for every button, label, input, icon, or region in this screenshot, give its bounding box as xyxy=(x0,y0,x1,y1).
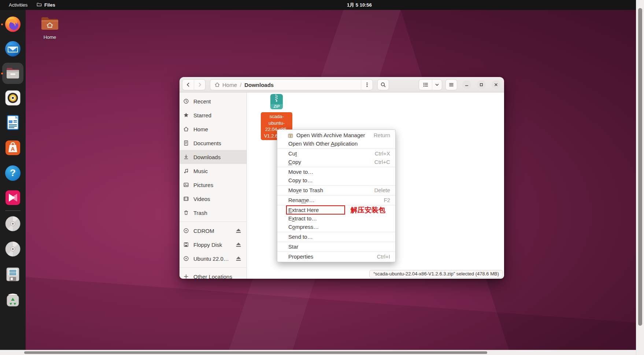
context-menu: Open With Archive ManagerReturnOpen With… xyxy=(277,129,396,262)
vertical-scrollbar[interactable] xyxy=(636,0,644,355)
menu-item-label: Extract to… xyxy=(288,215,317,222)
eject-icon xyxy=(235,227,242,234)
top-bar: Activities Files 1月 5 10:56 xyxy=(0,0,636,10)
back-button[interactable] xyxy=(182,80,194,90)
menu-item-label: Send to… xyxy=(288,234,313,240)
menu-item-open-with-other-application[interactable]: Open With Other Application xyxy=(277,139,395,148)
menu-item-copy-to[interactable]: Copy to… xyxy=(277,176,395,184)
menu-item-star[interactable]: Star xyxy=(277,242,395,251)
dock-item-help[interactable]: ? xyxy=(4,164,22,182)
vertical-scrollbar-thumb[interactable] xyxy=(638,8,642,326)
dock-item-cdrom-1[interactable] xyxy=(4,215,22,233)
disc-icon xyxy=(183,256,189,261)
file-name-line: scada- xyxy=(261,113,292,120)
activities-button[interactable]: Activities xyxy=(7,0,30,10)
menu-separator xyxy=(277,167,395,167)
menu-item-extract-here[interactable]: Extract Here解压安装包 xyxy=(277,206,395,214)
search-button[interactable] xyxy=(377,79,389,90)
sidebar-item-label: Other Locations xyxy=(193,274,232,279)
help-icon: ? xyxy=(4,164,22,182)
forward-button[interactable] xyxy=(194,80,205,90)
sidebar-item-cdrom[interactable]: CDROM xyxy=(179,224,247,238)
list-view-button[interactable] xyxy=(419,80,432,90)
sidebar-item-videos[interactable]: Videos xyxy=(179,192,247,206)
running-indicator-dot xyxy=(1,73,3,74)
sidebar-item-trash[interactable]: Trash xyxy=(179,206,247,220)
view-options-button[interactable] xyxy=(432,80,442,90)
menu-item-label: Compress… xyxy=(288,224,319,230)
dock-item-floppy[interactable] xyxy=(4,266,22,283)
focused-app-menu[interactable]: Files xyxy=(37,0,55,10)
sidebar-item-pictures[interactable]: Pictures xyxy=(179,178,247,192)
sidebar-item-recent[interactable]: Recent xyxy=(179,94,247,108)
path-options-button[interactable] xyxy=(361,80,373,90)
horizontal-scrollbar-thumb[interactable] xyxy=(24,351,487,354)
menu-item-extract-to[interactable]: Extract to… xyxy=(277,214,395,223)
video-icon xyxy=(183,196,189,202)
sidebar-item-documents[interactable]: Documents xyxy=(179,136,247,150)
disc-icon xyxy=(183,228,189,234)
eject-button[interactable] xyxy=(235,241,242,248)
sidebar-item-label: Videos xyxy=(193,196,210,202)
close-icon xyxy=(493,82,499,87)
dock-item-files[interactable] xyxy=(4,65,22,82)
header-bar: Home / Downloads xyxy=(179,77,504,92)
sidebar-item-starred[interactable]: Starred xyxy=(179,108,247,122)
path-bar[interactable]: Home / Downloads xyxy=(210,79,373,90)
dock-item-firefox[interactable] xyxy=(4,15,22,33)
sidebar-item-ubuntu-22-0[interactable]: Ubuntu 22.0… xyxy=(179,252,247,266)
sidebar-item-home[interactable]: Home xyxy=(179,122,247,136)
menu-item-label: Move to Trash xyxy=(288,187,323,193)
star-icon xyxy=(183,112,189,118)
eject-icon xyxy=(235,241,242,248)
menu-item-cut[interactable]: CutCtrl+X xyxy=(277,149,395,158)
minimize-button[interactable] xyxy=(462,80,471,89)
clock[interactable]: 1月 5 10:56 xyxy=(347,0,372,10)
menu-item-send-to[interactable]: Send to… xyxy=(277,233,395,241)
menu-item-copy[interactable]: CopyCtrl+C xyxy=(277,158,395,166)
libreoffice-writer-icon xyxy=(4,114,22,131)
sidebar-item-floppy-disk[interactable]: Floppy Disk xyxy=(179,238,247,252)
menu-item-rename[interactable]: Rename…F2 xyxy=(277,196,395,204)
dock-item-trash[interactable] xyxy=(4,291,22,308)
dock-item-media-player[interactable] xyxy=(4,189,22,206)
files-app-icon xyxy=(37,2,42,8)
breadcrumb-home[interactable]: Home xyxy=(222,82,237,88)
hamburger-menu-button[interactable] xyxy=(445,79,457,90)
dock-item-cdrom-2[interactable] xyxy=(4,240,22,258)
horizontal-scrollbar[interactable] xyxy=(0,350,636,355)
close-button[interactable] xyxy=(492,80,500,89)
dock-item-libreoffice-writer[interactable] xyxy=(4,114,22,131)
maximize-icon xyxy=(479,82,484,87)
chevron-left-icon xyxy=(185,82,191,88)
dock-item-ubuntu-software[interactable]: A xyxy=(4,139,22,157)
desktop-home-shortcut[interactable]: Home xyxy=(35,15,64,40)
download-icon xyxy=(183,154,189,160)
dock-item-rhythmbox[interactable] xyxy=(4,89,22,107)
sidebar-item-other-locations[interactable]: Other Locations xyxy=(179,270,247,279)
eject-button[interactable] xyxy=(235,255,242,262)
menu-item-shortcut: Delete xyxy=(374,186,390,194)
eject-button[interactable] xyxy=(235,227,242,234)
home-folder-icon xyxy=(40,15,60,32)
sidebar-item-label: Floppy Disk xyxy=(193,242,222,248)
menu-item-shortcut: F2 xyxy=(384,196,390,204)
maximize-button[interactable] xyxy=(477,80,486,89)
menu-item-properties[interactable]: PropertiesCtrl+I xyxy=(277,252,395,261)
annotation-highlight-box xyxy=(286,205,345,215)
sidebar-item-music[interactable]: Music xyxy=(179,164,247,178)
menu-item-move-to-trash[interactable]: Move to TrashDelete xyxy=(277,186,395,194)
menu-item-label: Star xyxy=(288,244,299,250)
sidebar-item-downloads[interactable]: Downloads xyxy=(179,150,247,164)
trash-icon xyxy=(4,291,22,308)
dock-item-thunderbird[interactable] xyxy=(4,40,22,58)
menu-item-compress[interactable]: Compress… xyxy=(277,223,395,231)
breadcrumb-current[interactable]: Downloads xyxy=(244,82,274,88)
menu-item-move-to[interactable]: Move to… xyxy=(277,168,395,176)
minimize-icon xyxy=(464,82,469,87)
menu-item-open-with-archive-manager[interactable]: Open With Archive ManagerReturn xyxy=(277,131,395,139)
archive-icon xyxy=(288,132,293,138)
desktop-icon-label: Home xyxy=(35,34,64,40)
dock-separator xyxy=(5,211,21,211)
view-toggle-group xyxy=(419,79,442,90)
